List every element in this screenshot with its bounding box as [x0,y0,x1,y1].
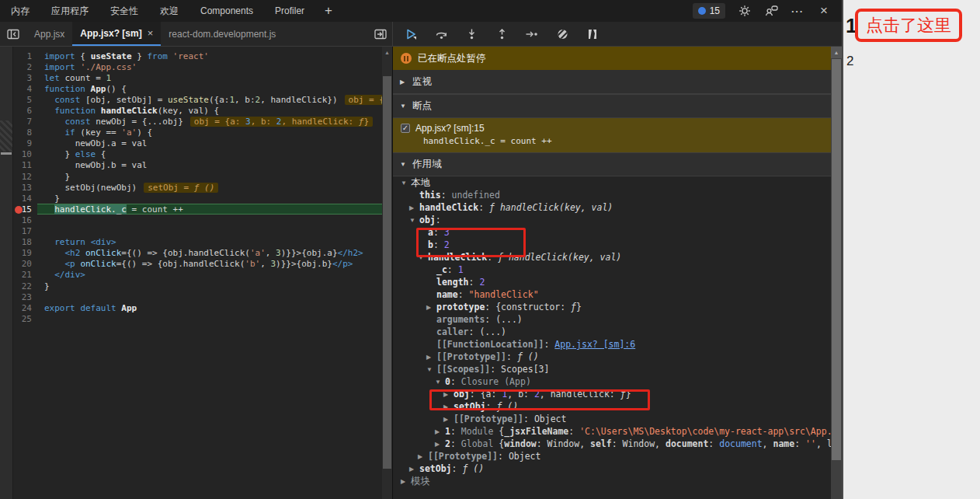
section-breakpoints[interactable]: ▼ 断点 [393,94,831,118]
close-tab-icon[interactable]: × [148,27,154,39]
feedback-icon[interactable] [761,2,781,19]
chevron-down-icon[interactable]: ▼ [426,366,436,373]
devtools-tab[interactable]: 应用程序 [40,0,99,22]
scope-property-row[interactable]: length: 2 [393,276,831,288]
scope-group-row[interactable]: ▼本地 [393,176,831,189]
scope-property-row[interactable]: this: undefined [393,189,831,201]
chevron-down-icon[interactable]: ▼ [418,254,428,261]
scope-property-row[interactable]: ▼0: Closure (App) [393,375,831,388]
scope-property-row[interactable]: ▼[[Scopes]]: Scopes[3] [393,363,831,375]
scope-property-row[interactable]: ▶1: Module {_jsxFileName: 'C:\Users\MS\D… [393,425,831,438]
line-number[interactable]: 6 [13,106,37,116]
devtools-tab[interactable]: 欢迎 [149,0,189,22]
collapsed-navigator-strip[interactable] [0,47,13,499]
settings-gear-icon[interactable] [735,2,755,19]
chevron-down-icon[interactable]: ▼ [401,180,411,187]
deactivate-breakpoints-icon[interactable] [552,25,572,44]
chevron-right-icon[interactable]: ▶ [400,79,407,85]
chevron-down-icon[interactable]: ▼ [400,103,407,110]
line-number[interactable]: 14 [13,194,37,204]
breakpoint-location[interactable]: App.jsx? [sm]:15 [415,123,485,134]
chevron-down-icon[interactable]: ▼ [409,217,419,224]
breakpoint-checkbox[interactable]: ✓ [401,124,410,133]
chevron-right-icon[interactable]: ▶ [435,441,445,448]
line-number[interactable]: 7 [13,117,37,127]
scope-property-row[interactable]: ▶[[Prototype]]: Object [393,413,831,425]
sidebar-scrollbar-thumb[interactable] [832,59,841,460]
line-number[interactable]: 18 [13,237,37,247]
line-number[interactable]: 10 [13,149,37,159]
scope-property-row[interactable]: ▼obj: [393,214,831,226]
step-icon[interactable] [522,25,542,44]
line-number[interactable]: 2 [13,62,37,72]
chevron-down-icon[interactable]: ▼ [400,161,407,168]
line-number[interactable]: 17 [13,226,37,236]
scope-property-row[interactable]: ▼handleClick: ƒ handleClick(key, val) [393,251,831,263]
scope-property-row[interactable]: ▶[[Prototype]]: Object [393,450,831,462]
issues-badge[interactable]: 15 [693,3,725,19]
scope-property-row[interactable]: name: "handleClick" [393,288,831,301]
scroll-up-icon[interactable]: ▲ [382,47,392,58]
line-number[interactable]: 5 [13,95,37,105]
line-number[interactable]: 23 [13,292,37,302]
chevron-right-icon[interactable]: ▶ [409,466,419,473]
chevron-right-icon[interactable]: ▶ [426,304,436,311]
chevron-right-icon[interactable]: ▶ [401,478,411,485]
scope-property-row[interactable]: a: 3 [393,226,831,239]
chevron-right-icon[interactable]: ▶ [435,428,445,435]
devtools-tab[interactable]: 安全性 [99,0,149,22]
scope-property-row[interactable]: ▶obj: {a: 1, b: 2, handleClick: ƒ} [393,388,831,400]
line-number[interactable]: 19 [13,248,37,258]
line-number[interactable]: 8 [13,127,37,138]
line-number[interactable]: 13 [13,183,37,193]
scope-property-row[interactable]: ▶2: Global {window: Window, self: Window… [393,438,831,450]
devtools-tab[interactable]: 内存 [0,0,40,22]
sidebar-scrollbar[interactable]: ▲ [831,47,842,499]
line-number[interactable]: 22 [13,281,37,291]
navigator-toggle-icon[interactable] [0,22,26,46]
scope-property-row[interactable]: ▶[[Prototype]]: ƒ () [393,351,831,363]
scope-property-row[interactable]: ▶prototype: {constructor: ƒ} [393,301,831,313]
line-number[interactable]: 16 [13,215,37,225]
line-number[interactable]: 25 [13,314,37,324]
chevron-down-icon[interactable]: ▼ [435,379,445,386]
line-number[interactable]: 4 [13,84,37,94]
file-tab[interactable]: App.jsx? [sm]× [72,22,161,46]
scope-property-row[interactable]: caller: (...) [393,326,831,338]
breakpoint-entry[interactable]: ✓ App.jsx? [sm]:15 handleClick._c = coun… [393,118,831,152]
file-tab[interactable]: App.jsx [26,22,72,46]
page-p-value[interactable]: 2 [846,54,853,69]
section-watch[interactable]: ▶ 监视 [393,70,831,94]
open-file-panel-icon[interactable] [369,22,392,46]
step-into-icon[interactable] [461,25,481,44]
devtools-tab[interactable]: Components [189,0,264,22]
chevron-right-icon[interactable]: ▶ [443,403,454,410]
step-out-icon[interactable] [492,25,512,44]
chevron-right-icon[interactable]: ▶ [443,416,454,423]
line-number[interactable]: 24 [13,303,37,313]
chevron-right-icon[interactable]: ▶ [443,391,454,398]
scope-property-row[interactable]: _c: 1 [393,263,831,276]
scope-property-row[interactable]: ▶setObj: ƒ () [393,400,831,413]
chevron-right-icon[interactable]: ▶ [426,354,436,361]
more-icon[interactable]: ··· [787,2,808,19]
editor-scrollbar[interactable]: ▲ [382,47,392,499]
line-number[interactable]: 3 [13,73,37,83]
scope-group-row[interactable]: ▶模块 [393,475,831,487]
scope-property-row[interactable]: ▶handleClick: ƒ handleClick(key, val) [393,201,831,214]
line-number[interactable]: 11 [13,160,37,170]
line-number[interactable]: 21 [13,270,37,280]
resume-icon[interactable] [401,25,421,44]
step-over-icon[interactable] [431,25,451,44]
line-number[interactable]: 1 [13,51,37,61]
scroll-up-icon[interactable]: ▲ [831,47,842,58]
line-number[interactable]: 9 [13,138,37,148]
section-scope[interactable]: ▼ 作用域 [393,152,831,176]
chevron-right-icon[interactable]: ▶ [409,204,419,211]
devtools-tab[interactable]: Profiler [264,0,315,22]
line-number[interactable]: 12 [13,172,37,182]
scope-property-row[interactable]: arguments: (...) [393,313,831,326]
line-number[interactable]: 15 [13,204,37,215]
scope-property-row[interactable]: ▶setObj: ƒ () [393,462,831,475]
scope-property-row[interactable]: b: 2 [393,239,831,251]
